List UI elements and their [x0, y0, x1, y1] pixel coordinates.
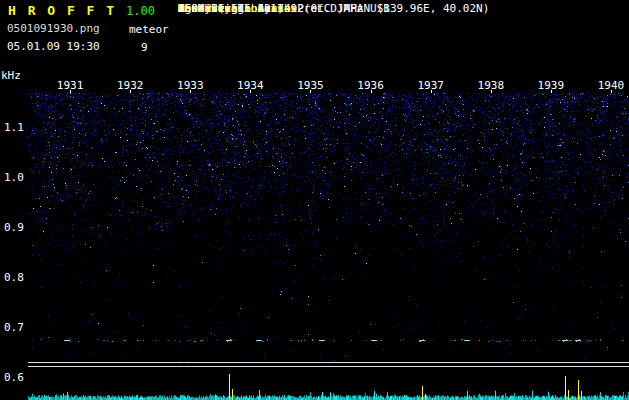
- station-info-value: A504HB(yagi 4el): [178, 2, 284, 16]
- signal-level-strip-canvas: [28, 368, 629, 400]
- separator-line-upper: [28, 362, 629, 363]
- output-filename: 0501091930.png: [7, 22, 100, 35]
- freq-tick-label: 0.9: [4, 221, 24, 234]
- meteor-count: 9: [141, 41, 148, 54]
- freq-tick-label: 0.7: [4, 321, 24, 334]
- hrofft-output: H R O F F T 1.00 0501091930.png meteor 0…: [0, 0, 629, 400]
- freq-tick-label: 0.6: [4, 371, 24, 384]
- freq-tick-label: 0.8: [4, 271, 24, 284]
- freq-tick-label: 1.1: [4, 121, 24, 134]
- app-title: H R O F F T: [8, 3, 116, 18]
- freq-axis-unit: kHz: [1, 69, 21, 82]
- observation-datetime: 05.01.09 19:30: [7, 40, 100, 53]
- separator-line-lower: [28, 366, 629, 367]
- freq-tick-label: 1.0: [4, 171, 24, 184]
- mode-label: meteor: [129, 23, 169, 36]
- spectrogram-canvas: [28, 93, 629, 362]
- app-version: 1.00: [126, 4, 155, 18]
